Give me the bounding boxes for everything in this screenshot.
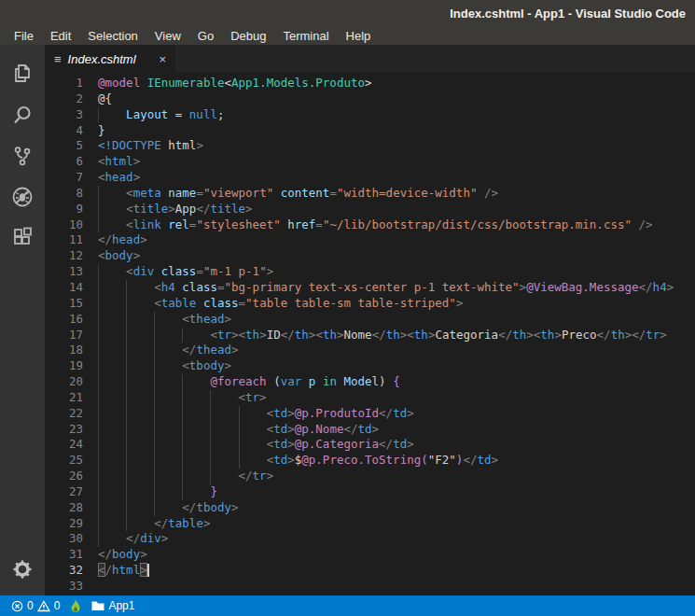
- debug-icon[interactable]: [0, 176, 45, 217]
- code-editor[interactable]: 1@model IEnumerable<App1.Models.Produto>…: [45, 73, 695, 595]
- menu-item-terminal[interactable]: Terminal: [274, 29, 337, 43]
- line-number: 8: [45, 186, 83, 202]
- code-line[interactable]: 25 <td>$@p.Preco.ToString("F2")</td>: [45, 453, 695, 469]
- line-number: 16: [45, 312, 83, 328]
- line-number: 20: [45, 374, 83, 390]
- code-line[interactable]: 19 <tbody>: [45, 358, 695, 374]
- line-number: 27: [45, 484, 83, 500]
- code-line[interactable]: 33: [45, 579, 695, 595]
- line-number: 17: [45, 328, 83, 343]
- menu-item-go[interactable]: Go: [189, 29, 222, 43]
- code-line[interactable]: 1@model IEnumerable<App1.Models.Produto>: [45, 76, 695, 91]
- code-line[interactable]: 18 </thead>: [45, 343, 695, 358]
- line-number: 29: [45, 516, 83, 532]
- warning-icon: [37, 600, 50, 612]
- code-line[interactable]: 23 <td>@p.Nome</td>: [45, 422, 695, 438]
- code-line[interactable]: 32</html>: [45, 563, 695, 579]
- menu-bar: FileEditSelectionViewGoDebugTerminalHelp: [0, 26, 695, 45]
- menu-item-selection[interactable]: Selection: [79, 29, 146, 43]
- tab-close-icon[interactable]: ×: [159, 53, 166, 65]
- line-number: 23: [45, 422, 83, 438]
- code-line[interactable]: 28 </tbody>: [45, 500, 695, 516]
- menu-item-help[interactable]: Help: [338, 29, 380, 43]
- line-number: 33: [45, 579, 83, 595]
- code-line[interactable]: 30 </div>: [45, 531, 695, 547]
- menu-item-view[interactable]: View: [146, 29, 189, 43]
- line-number: 18: [45, 343, 83, 358]
- menu-item-edit[interactable]: Edit: [42, 29, 79, 43]
- line-number: 31: [45, 547, 83, 563]
- cshtml-file-icon: ≡: [54, 53, 62, 65]
- problems-indicator[interactable]: 0 0: [7, 599, 63, 612]
- tab-bar: ≡ Index.cshtml ×: [45, 45, 695, 73]
- code-line[interactable]: 6<html>: [45, 154, 695, 170]
- code-line[interactable]: 3 Layout = null;: [45, 107, 695, 123]
- code-line[interactable]: 20 @foreach (var p in Model) {: [45, 374, 695, 390]
- source-control-icon[interactable]: [0, 135, 45, 176]
- activity-bar: [0, 45, 45, 595]
- line-number: 1: [45, 76, 83, 91]
- code-line[interactable]: 10 <link rel="stylesheet" href="~/lib/bo…: [45, 217, 695, 233]
- line-number: 5: [45, 138, 83, 154]
- line-number: 10: [45, 217, 83, 233]
- line-number: 24: [45, 437, 83, 453]
- omnisharp-flame[interactable]: [66, 599, 85, 613]
- line-number: 32: [45, 563, 83, 579]
- line-number: 11: [45, 232, 83, 248]
- code-line[interactable]: 29 </table>: [45, 516, 695, 532]
- error-icon: [11, 600, 23, 612]
- code-line[interactable]: 14 <h4 class="bg-primary text-xs-center …: [45, 280, 695, 296]
- code-line[interactable]: 11</head>: [45, 232, 695, 248]
- code-line[interactable]: 27 }: [45, 484, 695, 500]
- code-line[interactable]: 4}: [45, 123, 695, 139]
- line-number: 9: [45, 202, 83, 217]
- line-number: 22: [45, 406, 83, 422]
- line-number: 4: [45, 123, 83, 139]
- line-number: 28: [45, 500, 83, 516]
- code-lines: 1@model IEnumerable<App1.Models.Produto>…: [45, 76, 695, 595]
- line-number: 7: [45, 170, 83, 186]
- warning-count: 0: [54, 599, 61, 612]
- window-title: Index.cshtml - App1 - Visual Studio Code: [450, 7, 686, 21]
- line-number: 3: [45, 107, 83, 123]
- code-line[interactable]: 2@{: [45, 91, 695, 107]
- line-number: 19: [45, 358, 83, 374]
- code-line[interactable]: 15 <table class="table table-sm table-st…: [45, 296, 695, 312]
- code-line[interactable]: 17 <tr><th>ID</th><th>Nome</th><th>Categ…: [45, 328, 695, 343]
- flame-icon: [70, 599, 81, 613]
- line-number: 14: [45, 280, 83, 296]
- menu-item-file[interactable]: File: [6, 29, 42, 43]
- code-line[interactable]: 12<body>: [45, 248, 695, 264]
- line-number: 2: [45, 91, 83, 107]
- settings-gear-icon[interactable]: [0, 551, 45, 588]
- code-line[interactable]: 5<!DOCTYPE html>: [45, 138, 695, 154]
- error-count: 0: [27, 599, 34, 612]
- code-line[interactable]: 21 <tr>: [45, 390, 695, 406]
- line-number: 25: [45, 453, 83, 469]
- menu-item-debug[interactable]: Debug: [222, 29, 274, 43]
- status-bar: 0 0 App1: [0, 595, 695, 616]
- line-number: 30: [45, 531, 83, 547]
- code-line[interactable]: 26 </tr>: [45, 469, 695, 484]
- explorer-icon[interactable]: [0, 53, 45, 94]
- code-line[interactable]: 9 <title>App</title>: [45, 202, 695, 217]
- extensions-icon[interactable]: [0, 217, 45, 259]
- code-line[interactable]: 31</body>: [45, 547, 695, 563]
- line-number: 26: [45, 469, 83, 484]
- tab-index-cshtml[interactable]: ≡ Index.cshtml ×: [45, 45, 175, 73]
- line-number: 15: [45, 296, 83, 312]
- code-line[interactable]: 8 <meta name="viewport" content="width=d…: [45, 186, 695, 202]
- code-line[interactable]: 24 <td>@p.Categoria</td>: [45, 437, 695, 453]
- line-number: 6: [45, 154, 83, 170]
- text-cursor: [147, 564, 149, 577]
- project-indicator[interactable]: App1: [88, 599, 138, 612]
- code-line[interactable]: 16 <thead>: [45, 312, 695, 328]
- search-icon[interactable]: [0, 94, 45, 135]
- code-line[interactable]: 13 <div class="m-1 p-1">: [45, 264, 695, 280]
- line-number: 12: [45, 248, 83, 264]
- line-number: 21: [45, 390, 83, 406]
- code-line[interactable]: 7<head>: [45, 170, 695, 186]
- code-line[interactable]: 22 <td>@p.ProdutoId</td>: [45, 406, 695, 422]
- folder-icon: [91, 600, 104, 611]
- tab-label: Index.cshtml: [68, 52, 136, 66]
